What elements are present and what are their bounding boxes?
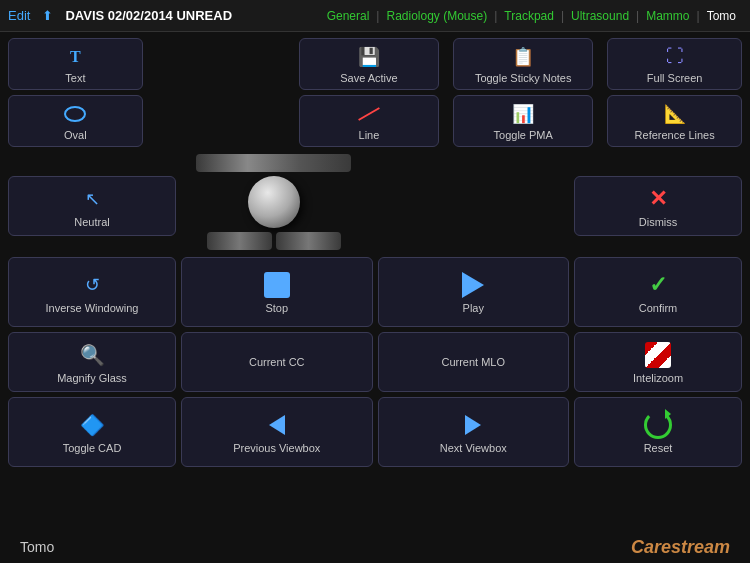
toggle-sticky-button[interactable]: 📋 Toggle Sticky Notes xyxy=(453,38,593,90)
next-viewbox-button[interactable]: Next Viewbox xyxy=(378,397,570,467)
main-content: T Text 💾 Save Active 📋 Toggle Sticky Not… xyxy=(0,32,750,563)
topbar: Edit ⬆ DAVIS 02/02/2014 UNREAD General |… xyxy=(0,0,750,32)
confirm-button[interactable]: ✓ Confirm xyxy=(574,257,742,327)
row-6: 🔷 Toggle CAD Previous Viewbox Next Viewb… xyxy=(8,397,742,467)
current-mlo-button[interactable]: Current MLO xyxy=(378,332,570,392)
dismiss-icon: ✕ xyxy=(644,185,672,213)
oval-icon xyxy=(61,101,89,126)
cursor-icon: ↖ xyxy=(78,185,106,213)
play-icon xyxy=(459,271,487,299)
reset-icon xyxy=(644,411,672,439)
share-icon: ⬆ xyxy=(42,8,53,23)
previous-viewbox-button[interactable]: Previous Viewbox xyxy=(181,397,373,467)
sticky-notes-icon: 📋 xyxy=(509,44,537,69)
left-slider-bar[interactable] xyxy=(207,232,272,250)
dismiss-button[interactable]: ✕ Dismiss xyxy=(574,176,742,236)
line-button[interactable]: Line xyxy=(299,95,439,147)
tab-mammo[interactable]: Mammo xyxy=(640,9,695,23)
save-active-icon: 💾 xyxy=(355,44,383,69)
next-icon xyxy=(459,411,487,439)
confirm-icon: ✓ xyxy=(644,271,672,299)
trackball[interactable] xyxy=(248,176,300,228)
toggle-cad-button[interactable]: 🔷 Toggle CAD xyxy=(8,397,176,467)
tomo-label: Tomo xyxy=(20,539,54,555)
center-knob-area xyxy=(181,152,366,252)
toggle-pma-button[interactable]: 📊 Toggle PMA xyxy=(453,95,593,147)
right-slider-bar[interactable] xyxy=(276,232,341,250)
stop-button[interactable]: Stop xyxy=(181,257,373,327)
stop-icon xyxy=(263,271,291,299)
inverse-windowing-icon: ↺ xyxy=(78,271,106,299)
neutral-button[interactable]: ↖ Neutral xyxy=(8,176,176,236)
oval-button[interactable]: Oval xyxy=(8,95,143,147)
line-icon xyxy=(355,101,383,126)
intelizoom-icon xyxy=(644,341,672,369)
reference-lines-button[interactable]: 📐 Reference Lines xyxy=(607,95,742,147)
row-4: ↺ Inverse Windowing Stop Play ✓ Confirm xyxy=(8,257,742,327)
bottom-bar: Tomo Carestream xyxy=(0,531,750,563)
text-icon: T xyxy=(61,44,89,69)
row-1: T Text 💾 Save Active 📋 Toggle Sticky Not… xyxy=(8,38,742,90)
center-stop-play: Stop Play xyxy=(181,257,569,327)
row-2: Oval Line 📊 Toggle PMA 📐 Reference Lines xyxy=(8,95,742,147)
window-title: DAVIS 02/02/2014 UNREAD xyxy=(65,8,232,23)
tab-general[interactable]: General xyxy=(321,9,376,23)
tab-ultrasound[interactable]: Ultrasound xyxy=(565,9,635,23)
full-screen-button[interactable]: ⛶ Full Screen xyxy=(607,38,742,90)
inverse-windowing-button[interactable]: ↺ Inverse Windowing xyxy=(8,257,176,327)
tab-trackpad[interactable]: Trackpad xyxy=(498,9,560,23)
edit-button[interactable]: Edit xyxy=(8,8,30,23)
magnify-icon: 🔍 xyxy=(78,341,106,369)
reference-lines-icon: 📐 xyxy=(661,101,689,126)
reset-button[interactable]: Reset xyxy=(574,397,742,467)
text-button[interactable]: T Text xyxy=(8,38,143,90)
intelizoom-button[interactable]: Intelizoom xyxy=(574,332,742,392)
center-viewbox: Previous Viewbox Next Viewbox xyxy=(181,397,569,467)
magnify-glass-button[interactable]: 🔍 Magnify Glass xyxy=(8,332,176,392)
full-screen-icon: ⛶ xyxy=(661,44,689,69)
nav-tabs: General | Radiology (Mouse) | Trackpad |… xyxy=(321,9,742,23)
cad-icon: 🔷 xyxy=(78,411,106,439)
tab-radiology[interactable]: Radiology (Mouse) xyxy=(380,9,493,23)
save-active-button[interactable]: 💾 Save Active xyxy=(299,38,439,90)
bottom-slider-row xyxy=(207,232,341,250)
play-button[interactable]: Play xyxy=(378,257,570,327)
row-3: ↖ Neutral ✕ Dismiss xyxy=(8,152,742,252)
pma-icon: 📊 xyxy=(509,101,537,126)
prev-icon xyxy=(263,411,291,439)
tab-tomo[interactable]: Tomo xyxy=(701,9,742,23)
top-slider-bar[interactable] xyxy=(196,154,351,172)
center-cc-mlo: Current CC Current MLO xyxy=(181,332,569,392)
row-5: 🔍 Magnify Glass Current CC Current MLO I… xyxy=(8,332,742,392)
current-cc-button[interactable]: Current CC xyxy=(181,332,373,392)
carestream-logo: Carestream xyxy=(631,537,730,558)
